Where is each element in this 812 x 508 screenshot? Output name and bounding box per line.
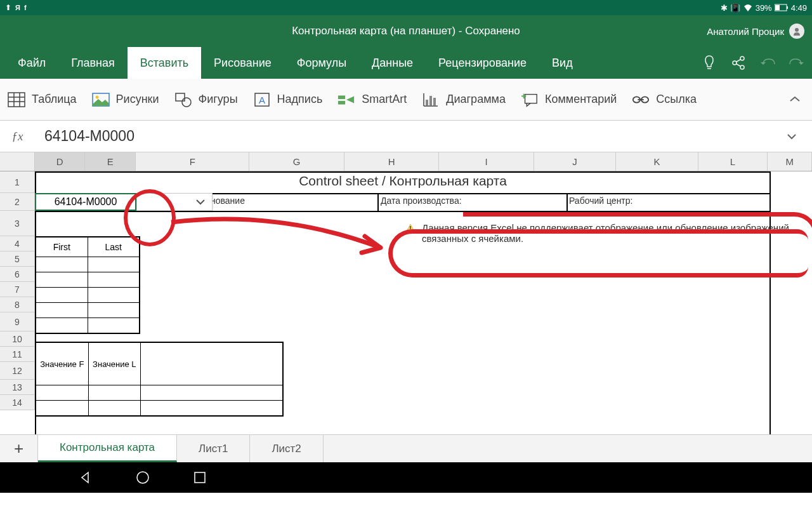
redo-icon[interactable] [788,54,806,72]
tab-draw[interactable]: Рисование [201,47,284,79]
svg-point-6 [740,57,744,60]
fx-icon[interactable]: ƒx [0,130,35,144]
col-header-d[interactable]: D [35,152,86,171]
row-header-10[interactable]: 10 [0,331,35,347]
svg-rect-10 [8,93,25,107]
ribbon-toolbar: Таблица Рисунки Фигуры A Надпись SmartAr… [0,79,812,121]
tab-data[interactable]: Данные [359,47,426,79]
svg-point-5 [733,61,737,65]
col-header-m[interactable]: M [768,152,812,171]
svg-rect-1 [775,5,780,10]
insert-link-button[interactable]: Ссылка [632,91,697,109]
row-header-5[interactable]: 5 [0,251,35,267]
spreadsheet-grid[interactable]: 1 2 3 4 5 6 7 8 9 10 11 12 13 14 Control… [0,171,812,434]
insert-table-button[interactable]: Таблица [8,91,77,109]
row-headers: 1 2 3 4 5 6 7 8 9 10 11 12 13 14 [0,171,35,410]
col-header-f[interactable]: F [136,152,249,171]
row-header-2[interactable]: 2 [0,193,35,211]
active-cell[interactable]: 64104-M0000 [35,193,136,211]
clock: 4:49 [791,3,807,13]
tab-view[interactable]: Вид [539,47,586,79]
col-header-e[interactable]: E [85,152,136,171]
tab-insert[interactable]: Вставить [128,47,201,79]
col-header-i[interactable]: I [439,152,534,171]
row-header-9[interactable]: 9 [0,312,35,331]
user-avatar-icon[interactable] [789,23,804,39]
sheet-title-cell[interactable]: Control sheet / Контрольная карта [35,171,771,193]
insert-comment-button[interactable]: Комментарий [521,91,617,109]
th-value-f: Значение F [36,343,89,385]
tab-formulas[interactable]: Формулы [284,47,359,79]
formula-bar: ƒx 64104-M0000 [0,121,812,152]
col-header-j[interactable]: J [534,152,617,171]
svg-rect-36 [195,472,205,483]
warning-icon: ! [405,224,416,234]
col-header-h[interactable]: H [344,152,439,171]
select-all-corner[interactable] [0,152,35,171]
link-icon [632,91,650,109]
col-header-l[interactable]: L [698,152,768,171]
row-header-12[interactable]: 12 [0,362,35,380]
shapes-icon [174,91,192,109]
row-header-13[interactable]: 13 [0,380,35,395]
row-header-4[interactable]: 4 [0,236,35,251]
th-value-l: Значение L [89,343,141,385]
th-first: First [36,237,88,257]
share-icon[interactable] [730,54,747,72]
add-sheet-button[interactable]: + [0,435,38,462]
table-icon [8,91,25,109]
label-production-date: Дата производства: [381,196,462,206]
values-table[interactable]: Значение FЗначение L [35,342,284,417]
svg-rect-21 [338,95,345,99]
insert-chart-button[interactable]: Диаграмма [422,91,506,109]
row-header-14[interactable]: 14 [0,395,35,410]
row-header-8[interactable]: 8 [0,297,35,312]
svg-rect-28 [525,94,537,103]
row-header-1[interactable]: 1 [0,171,35,193]
tab-home[interactable]: Главная [58,47,128,79]
column-headers: D E F G H I J K L M [0,152,812,171]
facebook-icon: f [24,4,27,11]
expand-formula-icon[interactable] [787,133,812,140]
undo-icon[interactable] [759,54,776,72]
insert-shapes-button[interactable]: Фигуры [174,91,238,109]
back-button[interactable] [76,468,95,487]
chart-icon [422,91,440,109]
collapse-ribbon-button[interactable] [785,90,804,109]
insert-textbox-button[interactable]: A Надпись [253,91,323,109]
th-last: Last [88,237,140,257]
smartart-icon [337,91,355,109]
insert-pictures-button[interactable]: Рисунки [92,91,159,109]
title-bar: Контрольная карта (на планшет) - Сохране… [0,15,812,47]
textbox-icon: A [253,91,271,109]
dropdown-button[interactable] [136,193,213,211]
home-button[interactable] [133,468,152,487]
battery-percent: 39% [756,3,772,13]
col-header-k[interactable]: K [616,152,698,171]
row-header-11[interactable]: 11 [0,347,35,362]
lightbulb-icon[interactable] [700,54,718,72]
tab-file[interactable]: Файл [5,47,58,79]
row-header-7[interactable]: 7 [0,282,35,297]
svg-rect-22 [338,100,345,104]
user-name[interactable]: Анатолий Процик [707,26,784,37]
svg-point-35 [137,472,148,483]
sheet-tab-3[interactable]: Лист2 [250,435,323,462]
sheet-tab-1[interactable]: Контрольная карта [38,435,177,462]
formula-input[interactable]: 64104-M0000 [35,128,787,145]
svg-rect-2 [787,6,788,9]
android-nav-bar [0,462,812,493]
first-last-table[interactable]: FirstLast [35,236,140,334]
row-header-3[interactable]: 3 [0,211,35,236]
recent-button[interactable] [190,468,209,487]
insert-smartart-button[interactable]: SmartArt [337,91,407,109]
yandex-icon: Я [15,4,20,11]
sheet-tab-2[interactable]: Лист1 [177,435,250,462]
col-header-g[interactable]: G [249,152,344,171]
svg-text:!: ! [409,225,411,232]
picture-icon [92,91,110,109]
tab-review[interactable]: Рецензирование [426,47,539,79]
label-workcenter: Рабочий центр: [569,196,632,206]
svg-point-18 [182,98,191,107]
row-header-6[interactable]: 6 [0,267,35,282]
